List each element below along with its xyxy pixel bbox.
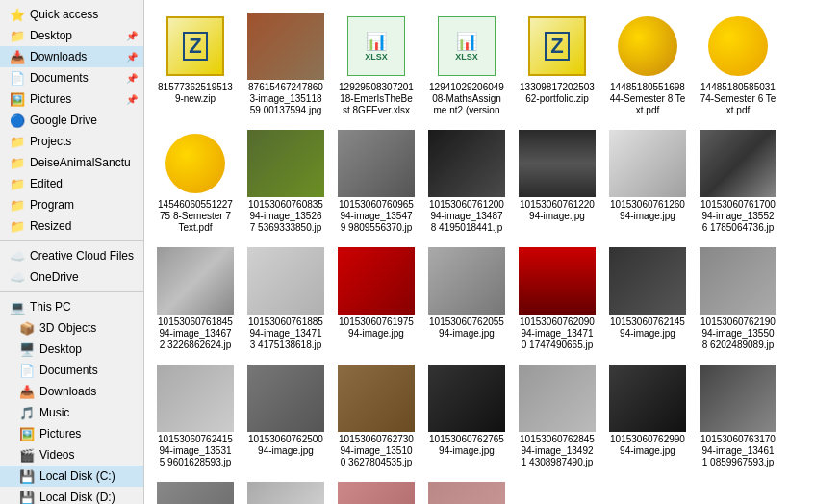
file-thumbnail: [428, 365, 505, 432]
file-item[interactable]: 1448518055169844-Semester 8 Text.pdf: [604, 8, 691, 121]
sidebar-item-resized[interactable]: 📁 Resized: [0, 215, 143, 237]
file-thumbnail: [247, 130, 324, 197]
sidebar-item-label: Creative Cloud Files: [30, 249, 134, 263]
file-item[interactable]: 1015306076336594-image.jpg: [152, 477, 239, 504]
file-item[interactable]: 1015306076205594-image.jpg: [423, 242, 510, 356]
file-item[interactable]: 1015306076284594-image_134921 4308987490…: [514, 360, 600, 473]
file-name: 1015306076188594-image_134713 4175138618…: [247, 316, 324, 351]
file-item[interactable]: 1015306076317094-image_134611 0859967593…: [695, 360, 781, 473]
file-item[interactable]: 1015306076214594-image.jpg: [604, 242, 691, 356]
folder-icon: 📁: [10, 218, 25, 234]
file-item[interactable]: 1015306076273094-image_135100 3627804535…: [333, 360, 420, 473]
sidebar-item-onedrive[interactable]: ☁️ OneDrive: [0, 266, 143, 288]
file-item[interactable]: 📊 XLSX 1294102920604908-MathsAssignme nt…: [423, 8, 510, 121]
file-item[interactable]: 1015306076209094-image_134710 1747490665…: [514, 242, 600, 356]
file-thumbnail: [157, 482, 234, 504]
file-item[interactable]: 1015306076219094-image_135508 6202489089…: [695, 242, 781, 356]
file-name: 815773625195139-new.zip: [157, 82, 234, 105]
file-name: 1015306076083594-image_135267 5369333850…: [247, 199, 324, 234]
sidebar-item-label: Google Drive: [30, 113, 97, 127]
file-item[interactable]: Z 1330981720250362-portfolio.zip: [514, 8, 600, 121]
file-item[interactable]: 1015306076170094-image_135526 1785064736…: [695, 125, 781, 239]
sidebar-item-edited[interactable]: 📁 Edited: [0, 173, 143, 194]
file-item[interactable]: 1015306076122094-image.jpg: [514, 125, 600, 239]
file-item[interactable]: 1015306076126094-image.jpg: [604, 125, 691, 239]
file-item[interactable]: 1015306076356094-image.jpg: [333, 477, 420, 504]
folder-icon: 📁: [10, 197, 25, 213]
file-name: 1015306076209094-image_134710 1747490665…: [519, 316, 596, 351]
file-thumbnail: [519, 247, 596, 315]
file-item[interactable]: 1015306076276594-image.jpg: [423, 360, 510, 473]
sidebar-item-projects[interactable]: 📁 Projects: [0, 131, 143, 152]
sidebar-item-documents[interactable]: 📄 Documents 📌: [0, 67, 143, 88]
file-item[interactable]: 1015306076096594-image_135479 9809556370…: [333, 125, 420, 239]
pin-icon: 📌: [126, 94, 138, 105]
sidebar-item-documents-pc[interactable]: 📄 Documents: [0, 360, 143, 381]
main-content: Z 815773625195139-new.zip 87615467247860…: [144, 0, 840, 504]
sidebar-item-label: Local Disk (D:): [39, 491, 115, 504]
videos-icon: 🎬: [19, 447, 35, 463]
file-thumbnail: [247, 365, 324, 432]
sidebar-item-desktop[interactable]: 📁 Desktop 📌: [0, 25, 143, 46]
sidebar-item-desktop-pc[interactable]: 🖥️ Desktop: [0, 339, 143, 360]
desktop-pc-icon: 🖥️: [19, 341, 35, 357]
file-thumbnail: [609, 130, 686, 197]
sidebar-item-pictures-pc[interactable]: 🖼️ Pictures: [0, 423, 143, 444]
file-name: 1015306076096594-image_135479 9809556370…: [338, 199, 415, 234]
file-item[interactable]: 1015306076083594-image_135267 5369333850…: [242, 125, 329, 239]
file-thumbnail: 📊 XLSX: [428, 13, 505, 80]
sidebar-item-music[interactable]: 🎵 Music: [0, 402, 143, 423]
sidebar-item-downloads-pc[interactable]: 📥 Downloads: [0, 381, 143, 402]
sidebar-item-deise[interactable]: 📁 DeiseAnimalSanctu: [0, 152, 143, 173]
pictures-icon: 🖼️: [10, 91, 25, 107]
file-thumbnail: [700, 130, 776, 197]
sidebar-item-3d-objects[interactable]: 📦 3D Objects: [0, 317, 143, 339]
file-item[interactable]: 1015306076120094-image_134878 4195018441…: [423, 125, 510, 239]
file-item[interactable]: 1015306076299094-image.jpg: [604, 360, 691, 473]
sidebar-item-label: Quick access: [30, 8, 98, 21]
file-name: 1015306076126094-image.jpg: [609, 199, 686, 222]
sidebar-item-label: 3D Objects: [39, 321, 96, 335]
file-item[interactable]: 1015306076197594-image.jpg: [333, 242, 420, 356]
sidebar-quick-access[interactable]: ⭐ Quick access: [0, 4, 143, 25]
downloads-icon: 📥: [10, 49, 25, 64]
file-thumbnail: [247, 13, 324, 80]
sidebar-item-this-pc[interactable]: 💻 This PC: [0, 296, 143, 317]
sidebar-item-label: Edited: [30, 177, 63, 190]
file-thumbnail: [428, 247, 505, 315]
sidebar-item-local-d[interactable]: 💾 Local Disk (D:): [0, 487, 143, 504]
file-item[interactable]: 1015306076346594-image_134713 4571311239…: [242, 477, 329, 504]
sidebar-item-label: Program: [30, 198, 74, 212]
file-thumbnail: [338, 482, 415, 504]
sidebar-item-label: Videos: [39, 448, 74, 462]
file-thumbnail: [700, 365, 776, 432]
google-drive-icon: 🔵: [10, 113, 25, 128]
file-name: 1330981720250362-portfolio.zip: [519, 82, 596, 105]
folder-icon: 📁: [10, 134, 25, 149]
sidebar-item-google-drive[interactable]: 🔵 Google Drive: [0, 110, 143, 131]
sidebar-item-downloads[interactable]: 📥 Downloads 📌: [0, 46, 143, 67]
file-thumbnail: [247, 247, 324, 315]
file-item[interactable]: Z 815773625195139-new.zip: [152, 8, 239, 121]
sidebar-item-videos[interactable]: 🎬 Videos: [0, 444, 143, 466]
sidebar-item-pictures[interactable]: 🖼️ Pictures 📌: [0, 88, 143, 110]
file-item[interactable]: 1015306076362094-image.jpg: [423, 477, 510, 504]
file-name: 1015306076170094-image_135526 1785064736…: [700, 199, 776, 234]
sidebar-item-program[interactable]: 📁 Program: [0, 194, 143, 215]
file-name: 1015306076241594-image_135315 9601628593…: [157, 434, 234, 468]
file-thumbnail: [157, 130, 234, 197]
file-item[interactable]: 1015306076184594-image_134672 3226862624…: [152, 242, 239, 356]
creative-cloud-icon: ☁️: [10, 248, 25, 264]
file-item[interactable]: 1015306076188594-image_134713 4175138618…: [242, 242, 329, 356]
file-item[interactable]: 1448518058503174-Semester 6 Text.pdf: [695, 8, 781, 121]
file-thumbnail: [338, 365, 415, 432]
file-item[interactable]: 1015306076241594-image_135315 9601628593…: [152, 360, 239, 473]
sidebar-item-local-c[interactable]: 💾 Local Disk (C:): [0, 466, 143, 487]
file-name: 1015306076284594-image_134921 4308987490…: [519, 434, 596, 468]
file-item[interactable]: 1454606055122775 8-Semester 7 Text.pdf: [152, 125, 239, 239]
file-item[interactable]: 📊 XLSX 1292950830720118-EmerIsTheBest 8G…: [333, 8, 420, 121]
file-item[interactable]: 876154672478603-image_13511859 00137594.…: [242, 8, 329, 121]
sidebar-item-creative-cloud[interactable]: ☁️ Creative Cloud Files: [0, 245, 143, 266]
file-item[interactable]: 1015306076250094-image.jpg: [242, 360, 329, 473]
sidebar-item-label: DeiseAnimalSanctu: [30, 156, 131, 169]
